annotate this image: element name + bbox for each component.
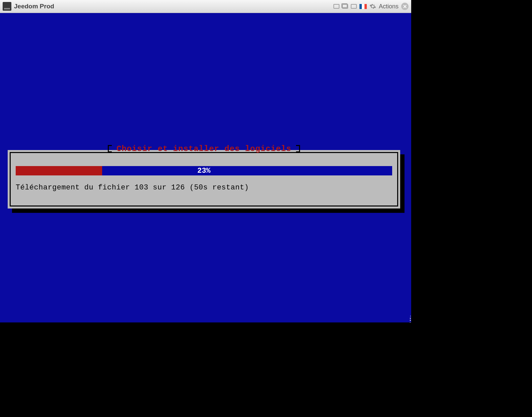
gear-icon[interactable] — [369, 3, 376, 10]
console-screen: Choisir et installer des logiciels 23% T… — [0, 13, 411, 322]
window-title: Jeedom Prod — [14, 3, 54, 10]
installer-panel: Choisir et installer des logiciels 23% T… — [8, 150, 400, 208]
window-primary-screen-icon[interactable] — [333, 4, 339, 9]
window-fullscreen-icon[interactable] — [351, 4, 357, 9]
download-status-text: Téléchargement du fichier 103 sur 126 (5… — [16, 183, 249, 192]
window-titlebar: Jeedom Prod Actions ✕ — [0, 0, 411, 13]
locale-flag-icon[interactable] — [359, 4, 367, 9]
progress-bar: 23% — [16, 166, 392, 175]
terminal-icon — [3, 2, 11, 11]
window-secondary-screen-icon[interactable] — [342, 4, 348, 9]
progress-percent-label: 23% — [16, 166, 392, 175]
close-icon[interactable]: ✕ — [401, 3, 409, 10]
actions-menu[interactable]: Actions — [379, 3, 398, 10]
resize-grip-icon[interactable]: .:.::.::: — [409, 316, 410, 322]
panel-border — [10, 152, 398, 206]
